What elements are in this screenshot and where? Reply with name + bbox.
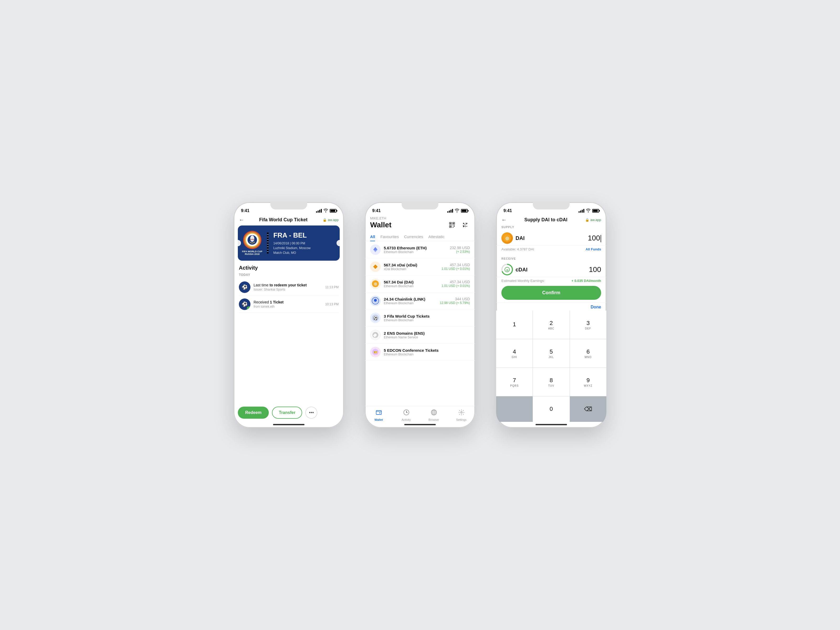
receive-row: ◎ cDAI 100 [496, 262, 606, 277]
lock-icon: 🔒 [323, 218, 327, 222]
edcon-icon: 🎫 [370, 347, 381, 357]
match-club: Match Club, MO [273, 250, 335, 255]
key-0[interactable]: 0 [533, 396, 569, 422]
svg-text:⚽: ⚽ [373, 316, 378, 321]
svg-text:FIFA: FIFA [250, 238, 255, 241]
qr-icon[interactable] [460, 220, 470, 230]
token-chain-nft: Ethereum Blockchain [384, 318, 467, 322]
activity-main-0: Last time to redeem your ticket [254, 283, 322, 287]
confirm-button[interactable]: Confirm [501, 286, 601, 300]
page-title-3: Supply DAI to cDAI [524, 217, 567, 223]
token-value-dai: 457.34 USD 1.01 USD (+ 0.01%) [442, 280, 470, 288]
token-info-link: 24.34 Chainlink (LINK) Ethereum Blockcha… [384, 297, 437, 305]
key-1[interactable]: 1 [496, 311, 533, 339]
cdai-inner: ◎ [502, 265, 512, 274]
key-6[interactable]: 6MNO [570, 339, 606, 368]
key-2[interactable]: 2ABC [533, 311, 569, 339]
key-delete[interactable]: ⌫ [570, 396, 606, 422]
tab-currencies[interactable]: Currencies [404, 232, 423, 241]
svg-point-27 [461, 412, 462, 413]
tab-favourites[interactable]: Favourites [381, 232, 399, 241]
redeem-button[interactable]: Redeem [238, 407, 269, 419]
nav-activity[interactable]: Activity [392, 408, 420, 422]
status-icons-3 [579, 209, 599, 213]
nav-browser[interactable]: Browser [420, 408, 448, 422]
token-item-nft[interactable]: ⚽ 3 Fifa World Cup Tickets Ethereum Bloc… [365, 309, 475, 327]
token-info-ens: 2 ENS Domains (ENS) Ethereum Name Servic… [384, 331, 467, 339]
key-4[interactable]: 4GHI [496, 339, 533, 368]
activity-time-0: 11:13 PM [325, 285, 339, 289]
receive-label: RECEIVE [496, 254, 606, 262]
back-button[interactable]: ← [239, 217, 244, 223]
nav-wallet[interactable]: Wallet [365, 408, 392, 422]
key-7[interactable]: 7PQRS [496, 368, 533, 396]
wifi-icon-3 [586, 209, 591, 213]
more-button[interactable]: ••• [305, 407, 317, 419]
cdai-icon: ◎ [501, 264, 513, 275]
browser-nav-icon [431, 409, 437, 417]
token-item-ens[interactable]: 2 ENS Domains (ENS) Ethereum Name Servic… [365, 327, 475, 344]
numpad: 1 2ABC 3DEF 4GHI 5JKL 6MNO 7PQRS 8TUV 9W… [496, 311, 606, 422]
token-item-link[interactable]: 24.34 Chainlink (LINK) Ethereum Blockcha… [365, 292, 475, 309]
token-name-xdai: 567.34 xDai (xDai) [384, 263, 438, 267]
dai-supply-icon: ◎ [501, 232, 513, 244]
status-time-2: 9:41 [372, 208, 381, 213]
token-name-nft: 3 Fifa World Cup Tickets [384, 314, 467, 318]
status-icons-1 [316, 209, 336, 213]
aw-badge-3: 🔒 aw.app [585, 218, 601, 222]
tab-all[interactable]: All [370, 232, 375, 241]
ticket-logo: FIFA FIFA WORLD CUPRUSSIA 2018 [242, 231, 262, 256]
wallet-title: Wallet [370, 221, 392, 229]
done-button[interactable]: Done [591, 305, 601, 309]
ticket-divider [267, 232, 268, 254]
nft-icon: ⚽ [370, 313, 381, 323]
wallet-icons [447, 220, 470, 230]
activity-nav-icon [403, 409, 409, 417]
key-3[interactable]: 3DEF [570, 311, 606, 339]
key-empty [496, 396, 533, 422]
match-date: 14/06/2018 | 06:00 PM [273, 241, 335, 246]
token-chain-edcon: Ethereum Blockchain [384, 352, 467, 356]
nav-settings-label: Settings [456, 418, 467, 421]
svg-text:🎫: 🎫 [374, 350, 377, 354]
svg-rect-9 [450, 226, 451, 227]
token-change-xdai: 1.01 USD (+ 0.01%) [442, 267, 470, 271]
svg-rect-11 [453, 226, 455, 227]
status-bar-2: 9:41 [365, 205, 475, 215]
transfer-button[interactable]: Transfer [272, 407, 302, 419]
token-item-xdai[interactable]: 567.34 xDai (xDai) xDai Blockchain 457.3… [365, 258, 475, 275]
signal-icon-3 [579, 209, 584, 213]
phone1-bottom: Redeem Transfer ••• [234, 403, 344, 424]
signal-icon [316, 209, 322, 213]
all-funds-button[interactable]: All Funds [586, 247, 601, 251]
svg-rect-7 [450, 223, 451, 224]
token-list: 5.6733 Ethereum (ETH) Ethereum Blockchai… [365, 241, 475, 406]
key-8[interactable]: 8TUV [533, 368, 569, 396]
key-9[interactable]: 9WXYZ [570, 368, 606, 396]
token-item-dai[interactable]: ◎ 567.34 Dai (DAI) Ethereum Blockchain 4… [365, 275, 475, 292]
token-name-edcon: 5 EDCON Conference Tickets [384, 348, 467, 352]
token-item-edcon[interactable]: 🎫 5 EDCON Conference Tickets Ethereum Bl… [365, 344, 475, 361]
scan-icon[interactable] [447, 220, 457, 230]
activity-avatar-1: ⚽ ✓ [239, 298, 250, 310]
token-info-edcon: 5 EDCON Conference Tickets Ethereum Bloc… [384, 348, 467, 356]
nav-settings[interactable]: Settings [448, 408, 475, 422]
phone1-header: ← Fifa World Cup Ticket 🔒 aw.app [234, 215, 344, 226]
activity-bold-1: 1 Ticket [270, 300, 284, 304]
ticket-info: FRA - BEL 14/06/2018 | 06:00 PM Luzhniki… [273, 231, 335, 255]
page-title: Fifa World Cup Ticket [259, 217, 307, 223]
token-item-eth[interactable]: 5.6733 Ethereum (ETH) Ethereum Blockchai… [365, 241, 475, 258]
earnings-label: Estimated Monthly Earnings: [501, 279, 545, 283]
aw-badge: 🔒 aw.app [323, 218, 339, 222]
nav-wallet-label: Wallet [374, 418, 383, 421]
token-change-eth: (+ 2.53%) [450, 250, 470, 254]
tab-attestatic[interactable]: Attestatic [428, 232, 445, 241]
token-chain-eth: Ethereum Blockchain [384, 250, 447, 254]
phone3-header: ← Supply DAI to cDAI 🔒 aw.app [496, 215, 606, 226]
svg-text:◎: ◎ [505, 236, 509, 240]
home-indicator-1 [273, 424, 305, 425]
key-5[interactable]: 5JKL [533, 339, 569, 368]
back-button-3[interactable]: ← [501, 217, 507, 223]
activity-issuer-0: Issuer: Shankai Sports [254, 288, 322, 291]
token-usd-eth: 232.98 USD [450, 246, 470, 250]
